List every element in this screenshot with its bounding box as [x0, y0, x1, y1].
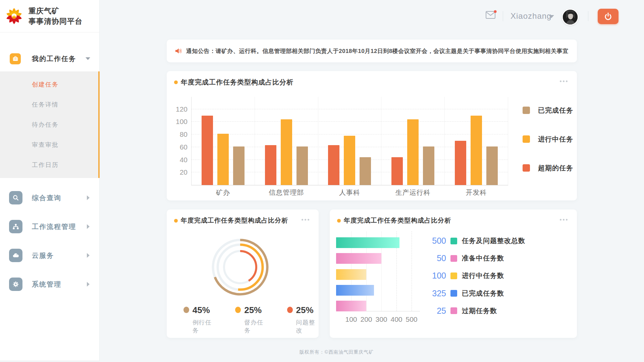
sidebar-item-label: 我的工作任务	[32, 54, 76, 63]
notice-banner: 通知公告：请矿办、运行科。信息管理部相关部门负责人于2018年10月12日到8楼…	[167, 40, 577, 62]
bar-group: 信息管理部	[255, 97, 318, 185]
bar	[391, 157, 403, 185]
avatar[interactable]	[562, 9, 579, 25]
donut-legend-item: 25% 督办任务	[235, 305, 267, 335]
donut-legend-item: 45% 例行任务	[183, 305, 215, 335]
legend-swatch	[450, 238, 457, 244]
chevron-down-icon[interactable]	[549, 15, 554, 18]
header-divider	[503, 11, 503, 21]
legend-label: 任务及问题整改总数	[462, 236, 525, 245]
legend-swatch	[450, 273, 457, 279]
bar	[297, 146, 308, 185]
bar-group: 矿办	[192, 97, 255, 185]
sidebar-item-label: 云服务	[32, 251, 54, 260]
y-axis-tick: 100	[171, 118, 187, 126]
bar-group: 人事科	[318, 97, 382, 185]
legend-swatch	[523, 107, 530, 114]
bar	[486, 146, 498, 185]
legend-swatch	[523, 135, 530, 143]
sidebar-item-create-task[interactable]: 创建任务	[0, 74, 98, 95]
username-dropdown[interactable]: Xiaozhang	[511, 11, 551, 21]
bar	[407, 119, 419, 185]
sidebar-item-comprehensive-query[interactable]: 综合查询	[0, 188, 100, 207]
title-dot-icon	[337, 219, 341, 223]
bar	[360, 157, 371, 185]
bar-chart-legend: 已完成任务进行中任务超期的任务	[523, 106, 573, 193]
chevron-right-icon	[87, 195, 90, 200]
card-menu-button[interactable]	[560, 219, 568, 221]
legend-label: 超期的任务	[538, 164, 573, 173]
bar	[336, 253, 381, 264]
legend-item[interactable]: 超期的任务	[523, 164, 573, 172]
x-axis-label: 生产运行科	[381, 188, 444, 197]
brand-line2: 事事清协同平台	[29, 16, 83, 26]
sidebar: 重庆气矿 事事清协同平台 我的工作任务 创建任务 任务详情 待办任务 审查审批 …	[0, 0, 100, 361]
sidebar-item-label: 综合查询	[32, 193, 61, 202]
gridline	[412, 231, 412, 311]
y-axis-tick: 40	[171, 156, 187, 164]
sidebar-item-todo-tasks[interactable]: 待办任务	[0, 115, 98, 135]
legend-item[interactable]: 50准备中任务数	[426, 253, 504, 263]
bar	[217, 134, 229, 185]
donut-legend-percent: 45%	[193, 305, 215, 315]
y-axis-tick: 80	[171, 130, 187, 138]
legend-label: 进行中任务	[538, 135, 573, 144]
x-axis-label: 人事科	[318, 188, 381, 197]
card-menu-button[interactable]	[302, 219, 309, 221]
bar	[336, 237, 399, 248]
sidebar-item-work-calendar[interactable]: 工作日历	[0, 155, 98, 175]
chevron-right-icon	[87, 253, 90, 258]
sidebar-item-cloud-services[interactable]: 云服务	[0, 246, 100, 265]
bar	[265, 145, 276, 185]
legend-swatch	[450, 307, 457, 314]
legend-item[interactable]: 25过期任务数	[426, 306, 497, 316]
mail-button[interactable]	[485, 10, 497, 20]
donut-legend-dot	[235, 307, 241, 313]
y-axis-tick: 60	[171, 143, 187, 151]
legend-label: 进行中任务数	[462, 271, 504, 280]
sidebar-item-task-detail[interactable]: 任务详情	[0, 95, 98, 115]
card-title: 年度完成工作任务类型构成占比分析	[344, 216, 451, 225]
x-axis-label: 开发科	[445, 188, 508, 197]
x-axis-tick: 500	[401, 315, 422, 323]
copyright-footer: 版权所有：©西南油气田重庆气矿	[167, 349, 506, 355]
sidebar-item-review-approve[interactable]: 审查审批	[0, 135, 98, 155]
legend-item[interactable]: 500任务及问题整改总数	[426, 236, 525, 246]
task-counts-hbar-card: 年度完成工作任务类型构成占比分析 100200300400500 500任务及问…	[330, 209, 577, 338]
legend-label: 已完成任务数	[462, 289, 504, 298]
flow-icon	[9, 220, 22, 233]
donut-chart	[210, 237, 270, 297]
dashboard-app: 重庆气矿 事事清协同平台 我的工作任务 创建任务 任务详情 待办任务 审查审批 …	[0, 0, 644, 362]
legend-swatch	[450, 255, 457, 262]
bar-group: 生产运行科	[381, 97, 445, 185]
legend-value: 500	[426, 236, 446, 246]
title-dot-icon	[174, 80, 178, 84]
brand-line1: 重庆气矿	[29, 6, 83, 16]
legend-item[interactable]: 100进行中任务数	[426, 271, 504, 281]
card-menu-button[interactable]	[560, 80, 568, 82]
sidebar-submenu: 创建任务 任务详情 待办任务 审查审批 工作日历	[0, 71, 100, 178]
legend-item[interactable]: 已完成任务	[523, 106, 573, 114]
card-header: 年度完成工作任务类型构成占比分析	[337, 216, 451, 225]
chevron-down-icon	[86, 57, 90, 60]
sidebar-item-label: 工作流程管理	[32, 222, 76, 231]
legend-item[interactable]: 进行中任务	[523, 135, 573, 143]
bar	[471, 116, 482, 185]
sidebar-groups: 综合查询 工作流程管理	[0, 188, 100, 304]
legend-item[interactable]: 325已完成任务数	[426, 289, 504, 298]
legend-value: 325	[426, 289, 446, 298]
brand-title: 重庆气矿 事事清协同平台	[29, 6, 83, 26]
bar	[202, 116, 213, 185]
brand-header: 重庆气矿 事事清协同平台	[0, 0, 99, 33]
sidebar-item-my-tasks[interactable]: 我的工作任务	[0, 49, 100, 68]
briefcase-icon	[10, 53, 21, 64]
logout-power-button[interactable]	[598, 9, 619, 24]
legend-value: 50	[426, 253, 446, 263]
donut-legend-dot	[183, 307, 189, 313]
sidebar-item-system-management[interactable]: 系统管理	[0, 275, 100, 294]
legend-label: 过期任务数	[462, 306, 497, 315]
sidebar-item-workflow-management[interactable]: 工作流程管理	[0, 217, 100, 236]
legend-value: 100	[426, 271, 446, 281]
cloud-icon	[9, 249, 22, 262]
task-type-donut-card: 年度完成工作任务类型构成占比分析 45% 例行任务 25% 督办任务	[167, 209, 319, 338]
